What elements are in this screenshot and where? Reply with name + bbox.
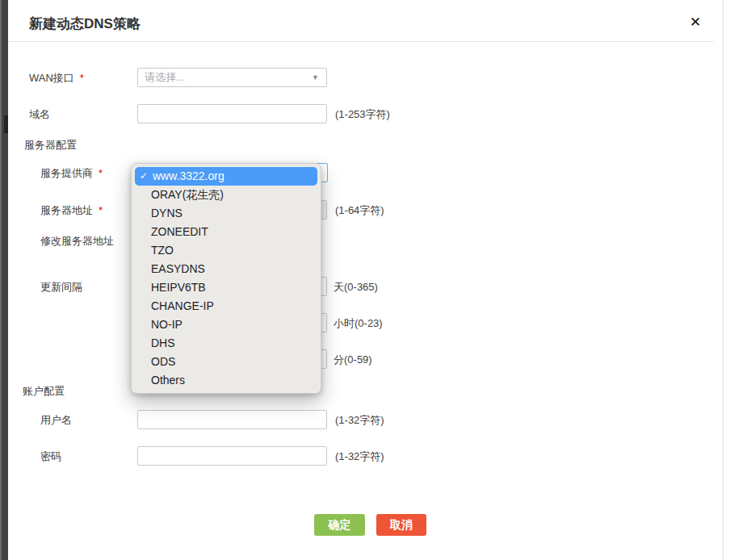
interval-days-hint: 天(0-365) [334,280,378,295]
username-hint: (1-32字符) [335,413,384,428]
update-interval-label: 更新间隔 [40,280,82,295]
dropdown-option[interactable]: Others [132,371,321,390]
domain-hint: (1-253字符) [335,107,390,122]
dropdown-option[interactable]: DHS [132,334,321,353]
dropdown-option[interactable]: NO-IP [132,316,321,334]
password-hint: (1-32字符) [335,449,384,464]
dropdown-option[interactable]: DYNS [132,204,321,223]
wan-interface-label: WAN接口* [29,71,84,86]
required-asterisk: * [99,167,103,179]
username-input[interactable] [137,410,327,429]
title-divider [8,41,714,42]
server-address-hint: (1-64字符) [335,203,384,218]
username-label: 用户名 [40,413,72,428]
interval-hours-hint: 小时(0-23) [334,316,383,331]
new-ddns-policy-dialog: 新建动态DNS策略 ✕ WAN接口* 请选择... ▼ 域名 (1-253字符)… [8,0,724,560]
server-config-section-label: 服务器配置 [24,138,77,153]
dialog-title: 新建动态DNS策略 [29,15,141,33]
domain-label: 域名 [29,107,50,122]
checkmark-icon: ✓ [140,167,153,186]
dropdown-option[interactable]: EASYDNS [132,260,321,278]
account-config-section-label: 账户配置 [23,384,65,399]
dropdown-option[interactable]: HEIPV6TB [132,278,321,297]
dropdown-option[interactable]: ORAY(花生壳) [132,186,321,204]
dropdown-option[interactable]: CHANGE-IP [132,297,321,316]
dropdown-option[interactable]: TZO [132,241,321,260]
wan-interface-select[interactable]: 请选择... ▼ [137,68,327,87]
dropdown-option[interactable]: ODS [132,353,321,371]
wan-select-placeholder: 请选择... [145,70,185,85]
server-address-label: 服务器地址* [40,203,103,218]
cancel-button[interactable]: 取消 [376,514,426,536]
required-asterisk: * [99,204,103,216]
password-label: 密码 [40,449,61,464]
modify-server-address-label: 修改服务器地址 [40,234,114,249]
provider-label: 服务提供商* [40,166,103,181]
required-asterisk: * [80,72,84,84]
provider-dropdown-menu: ✓ www.3322.org ORAY(花生壳) DYNS ZONEEDIT T… [131,163,321,394]
ok-button[interactable]: 确定 [314,514,365,536]
dimmed-page-background [0,0,8,560]
password-input[interactable] [137,446,327,466]
domain-input[interactable] [137,104,327,123]
dropdown-option[interactable]: ZONEEDIT [132,223,321,241]
chevron-down-icon: ▼ [312,73,319,81]
dropdown-option-selected[interactable]: ✓ www.3322.org [135,167,317,186]
close-icon[interactable]: ✕ [685,11,706,32]
interval-minutes-hint: 分(0-59) [334,353,372,367]
